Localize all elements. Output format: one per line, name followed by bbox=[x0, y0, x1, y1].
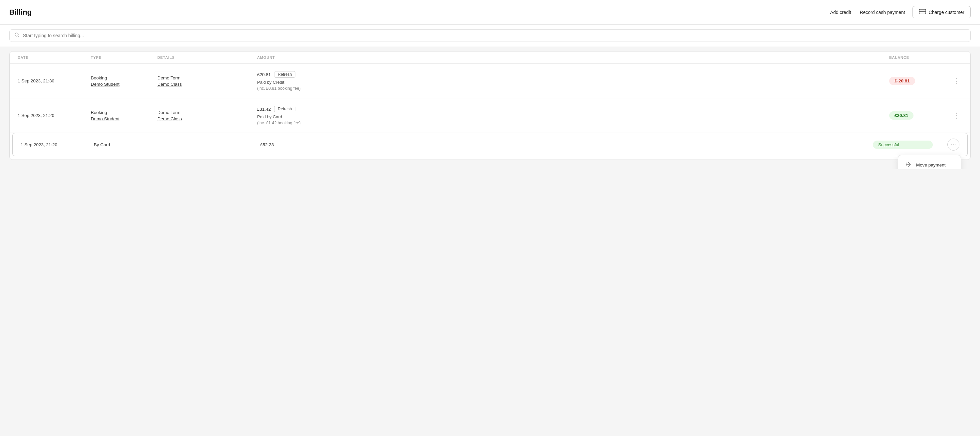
row1-balance-badge: £-20.81 bbox=[889, 77, 915, 85]
main-content: DATE TYPE DETAILS AMOUNT BALANCE 1 Sep 2… bbox=[0, 46, 980, 169]
col-actions bbox=[949, 55, 963, 59]
row2-refresh-button[interactable]: Refresh bbox=[274, 106, 295, 112]
table-header: DATE TYPE DETAILS AMOUNT BALANCE bbox=[10, 52, 970, 64]
sub-payment-row: 1 Sep 2023, 21:20 By Card £52.23 Success… bbox=[12, 133, 968, 156]
row2-balance: £20.81 bbox=[889, 111, 949, 120]
sub-amount: £52.23 bbox=[260, 142, 873, 147]
row1-details-main: Demo Term bbox=[158, 75, 257, 81]
row2-more-button[interactable]: ⋮ bbox=[951, 110, 963, 121]
row1-more: ⋮ bbox=[949, 75, 963, 87]
sub-status-badge: Successful bbox=[873, 141, 933, 149]
row1-booking-fee: (inc. £0.81 booking fee) bbox=[257, 86, 889, 91]
row2-booking-fee: (inc. £1.42 booking fee) bbox=[257, 120, 889, 125]
row2-details: Demo Term Demo Class bbox=[158, 110, 257, 121]
table-row: 1 Sep 2023, 21:20 Booking Demo Student D… bbox=[10, 98, 970, 133]
row1-date: 1 Sep 2023, 21:30 bbox=[18, 78, 91, 83]
row1-type-main: Booking bbox=[91, 75, 158, 81]
svg-rect-1 bbox=[919, 11, 926, 12]
row2-more: ⋮ bbox=[949, 110, 963, 121]
row2-class-link[interactable]: Demo Class bbox=[158, 116, 257, 121]
row2-amount: £31.42 Refresh Paid by Card (inc. £1.42 … bbox=[257, 106, 889, 125]
row1-type: Booking Demo Student bbox=[91, 75, 158, 87]
col-date: DATE bbox=[18, 55, 91, 59]
search-bar bbox=[0, 25, 980, 46]
row2-date: 1 Sep 2023, 21:20 bbox=[18, 113, 91, 118]
add-credit-button[interactable]: Add credit bbox=[829, 8, 852, 17]
row2-paid-by: Paid by Card bbox=[257, 114, 889, 119]
card-icon bbox=[919, 9, 926, 15]
row1-amount: £20.81 Refresh Paid by Credit (inc. £0.8… bbox=[257, 71, 889, 91]
row1-student-link[interactable]: Demo Student bbox=[91, 82, 158, 87]
move-payment-label: Move payment bbox=[916, 163, 946, 168]
search-icon bbox=[14, 32, 20, 39]
page-title: Billing bbox=[9, 8, 32, 17]
row1-details: Demo Term Demo Class bbox=[158, 75, 257, 87]
col-amount: AMOUNT bbox=[257, 55, 889, 59]
dropdown-move-payment[interactable]: Move payment bbox=[898, 158, 961, 169]
sub-date: 1 Sep 2023, 21:20 bbox=[21, 142, 94, 147]
col-details: DETAILS bbox=[158, 55, 257, 59]
row1-more-button[interactable]: ⋮ bbox=[951, 75, 963, 87]
row1-balance: £-20.81 bbox=[889, 77, 949, 85]
row2-details-main: Demo Term bbox=[158, 110, 257, 115]
sub-more-button[interactable]: ⋯ bbox=[947, 139, 959, 151]
svg-line-3 bbox=[18, 36, 19, 37]
col-type: TYPE bbox=[91, 55, 158, 59]
sub-method: By Card bbox=[94, 142, 160, 147]
billing-table: DATE TYPE DETAILS AMOUNT BALANCE 1 Sep 2… bbox=[9, 51, 971, 160]
page-header: Billing Add credit Record cash payment C… bbox=[0, 0, 980, 25]
row1-class-link[interactable]: Demo Class bbox=[158, 82, 257, 87]
row2-type: Booking Demo Student bbox=[91, 110, 158, 121]
row2-student-link[interactable]: Demo Student bbox=[91, 116, 158, 121]
row1-refresh-button[interactable]: Refresh bbox=[274, 71, 295, 78]
dropdown-menu: Move payment </> Split payment Refund bbox=[898, 155, 961, 169]
record-cash-button[interactable]: Record cash payment bbox=[858, 8, 906, 17]
table-row: 1 Sep 2023, 21:30 Booking Demo Student D… bbox=[10, 64, 970, 98]
row2-type-main: Booking bbox=[91, 110, 158, 115]
row2-amount-value: £31.42 bbox=[257, 107, 271, 112]
charge-customer-button[interactable]: Charge customer bbox=[912, 6, 971, 18]
header-actions: Add credit Record cash payment Charge cu… bbox=[829, 6, 971, 18]
search-input-wrap bbox=[9, 29, 971, 42]
row1-paid-by: Paid by Credit bbox=[257, 80, 889, 85]
search-input[interactable] bbox=[23, 33, 966, 38]
row2-balance-badge: £20.81 bbox=[889, 111, 913, 120]
row1-amount-value: £20.81 bbox=[257, 72, 271, 77]
move-payment-icon bbox=[905, 162, 912, 168]
col-balance: BALANCE bbox=[889, 55, 949, 59]
